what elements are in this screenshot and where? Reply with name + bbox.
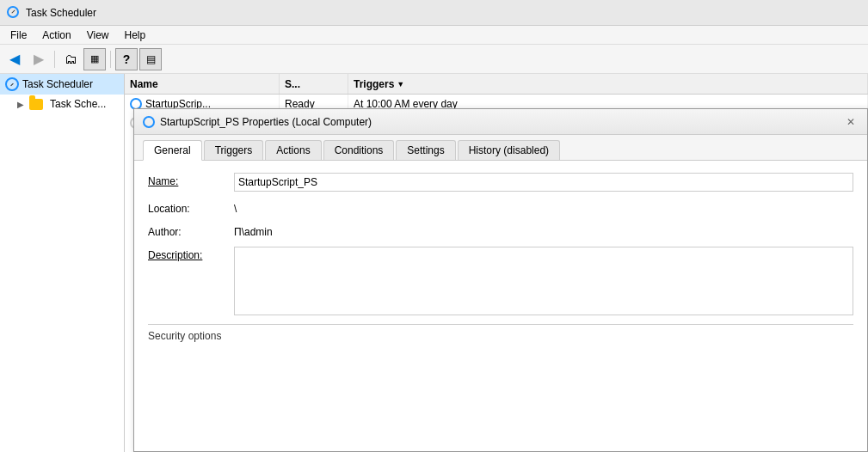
expand-icon: ▶ (17, 100, 24, 109)
menu-help[interactable]: Help (118, 27, 153, 43)
dialog-title-text: StartupScript_PS Properties (Local Compu… (143, 116, 372, 128)
description-input[interactable] (234, 247, 853, 315)
clock-icon (5, 77, 19, 91)
view-button[interactable]: ▦ (83, 48, 106, 70)
sidebar-task-sche-label: Task Sche... (50, 98, 106, 110)
tab-general[interactable]: General (143, 140, 202, 161)
title-bar-icon (7, 6, 21, 20)
menu-bar: File Action View Help (0, 26, 868, 45)
sidebar: Task Scheduler ▶ Task Sche... (0, 74, 125, 452)
dialog-title-bar: StartupScript_PS Properties (Local Compu… (134, 109, 867, 135)
name-label: Name: (148, 173, 234, 187)
col-header-status[interactable]: S... (280, 74, 348, 94)
menu-file[interactable]: File (3, 27, 34, 43)
back-button[interactable]: ◀ (3, 48, 26, 70)
open-folder-button[interactable]: 🗂 (59, 48, 82, 70)
description-label: Description: (148, 247, 234, 261)
toolbar-separator-2 (110, 51, 111, 68)
title-bar-text: Task Scheduler (26, 7, 96, 19)
col-header-triggers[interactable]: Triggers ▼ (348, 74, 868, 94)
form-row-description: Description: (148, 247, 853, 315)
menu-view[interactable]: View (80, 27, 116, 43)
toolbar-separator-1 (54, 51, 55, 68)
sort-arrow: ▼ (397, 80, 404, 89)
form-row-author: Author: П\admin (148, 223, 853, 238)
task-list-header: Name S... Triggers ▼ (125, 74, 868, 95)
location-label: Location: (148, 200, 234, 215)
col-header-name[interactable]: Name (125, 74, 280, 94)
tab-history[interactable]: History (disabled) (458, 140, 560, 160)
sidebar-item-task-scheduler[interactable]: Task Scheduler (0, 74, 124, 95)
form-row-location: Location: \ (148, 200, 853, 215)
main-content: Task Scheduler ▶ Task Sche... Name S... … (0, 74, 868, 452)
properties-dialog: StartupScript_PS Properties (Local Compu… (133, 108, 868, 452)
dialog-body: Name: Location: \ Author: П\admin Descri… (134, 161, 867, 451)
forward-button[interactable]: ▶ (28, 48, 50, 70)
dialog-clock-icon (143, 116, 155, 128)
folder-icon (29, 99, 43, 110)
form-row-name: Name: (148, 173, 853, 192)
tab-actions[interactable]: Actions (265, 140, 321, 160)
author-label: Author: (148, 223, 234, 238)
right-content: Name S... Triggers ▼ StartupScrip... Rea… (125, 74, 868, 452)
help-button[interactable]: ? (115, 48, 138, 70)
tab-conditions[interactable]: Conditions (323, 140, 395, 160)
security-options-label: Security options (148, 324, 853, 342)
title-bar: Task Scheduler (0, 0, 868, 26)
sidebar-item-label: Task Scheduler (22, 78, 93, 90)
tabs-bar: General Triggers Actions Conditions Sett… (134, 135, 867, 161)
dialog-close-button[interactable]: ✕ (843, 114, 859, 130)
name-input[interactable] (234, 173, 853, 192)
tab-settings[interactable]: Settings (396, 140, 455, 160)
location-value: \ (234, 200, 237, 215)
toolbar: ◀ ▶ 🗂 ▦ ? ▤ (0, 45, 868, 74)
author-value: П\admin (234, 223, 273, 238)
menu-action[interactable]: Action (35, 27, 77, 43)
tab-triggers[interactable]: Triggers (204, 140, 264, 160)
sidebar-item-task-sche[interactable]: ▶ Task Sche... (0, 95, 124, 113)
properties-button[interactable]: ▤ (139, 48, 162, 70)
